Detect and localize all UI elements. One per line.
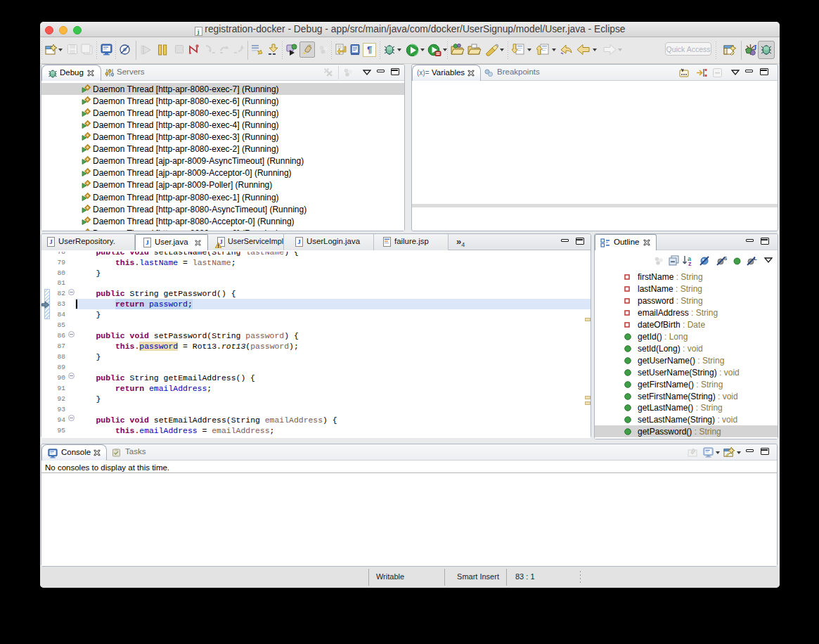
- svg-text:z: z: [688, 260, 692, 266]
- svg-text:J: J: [753, 44, 757, 51]
